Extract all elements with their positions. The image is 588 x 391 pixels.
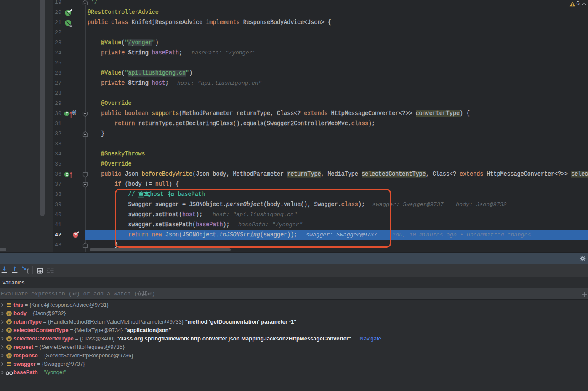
- svg-text:P: P: [8, 337, 11, 341]
- svg-text:P: P: [8, 328, 11, 333]
- svg-text:P: P: [8, 320, 11, 324]
- svg-text:P: P: [8, 354, 11, 358]
- svg-text:P: P: [8, 345, 11, 350]
- svg-text:P: P: [8, 311, 11, 316]
